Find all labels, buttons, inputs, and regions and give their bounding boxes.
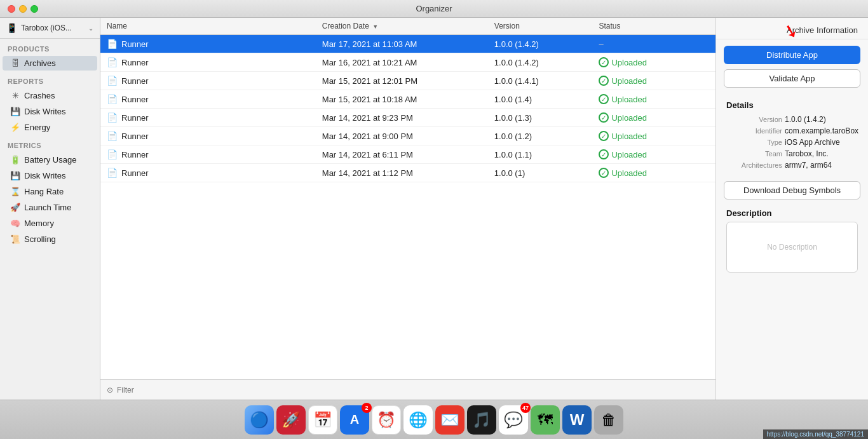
status-uploaded: ✓ Uploaded (599, 57, 709, 67)
version-value: 1.0.0 (1.4.2) (785, 115, 858, 124)
dock-icon-maps[interactable]: 🗺 (531, 405, 560, 435)
details-section: Details Version 1.0.0 (1.4.2) Identifier… (716, 94, 868, 176)
table-row[interactable]: 📄RunnerMar 14, 2021 at 9:00 PM1.0.0 (1.2… (100, 127, 715, 145)
dock-icon-clock[interactable]: ⏰ (372, 405, 401, 435)
sidebar-item-battery-usage-label: Battery Usage (24, 155, 76, 165)
sidebar-item-launch-time[interactable]: 🚀 Launch Time (3, 200, 97, 215)
check-circle-icon: ✓ (599, 57, 609, 67)
panel-action-buttons: Distribute App Validate App (716, 39, 868, 94)
minimize-button[interactable] (19, 5, 27, 13)
close-button[interactable] (8, 5, 15, 13)
filter-input[interactable] (117, 386, 193, 395)
team-label: Team (726, 150, 782, 158)
cell-date: Mar 15, 2021 at 10:18 AM (316, 90, 488, 109)
table-row[interactable]: 📄RunnerMar 14, 2021 at 6:11 PM1.0.0 (1.1… (100, 145, 715, 164)
sidebar-item-crashes[interactable]: ✳ Crashes (3, 88, 97, 103)
cell-version: 1.0.0 (1.4.2) (488, 53, 593, 72)
archive-info-header: ➘ Archive Information (716, 18, 868, 39)
dock: 🔵 🚀 📅 A 2 ⏰ 🌐 ✉️ 🎵 💬 47 🗺 W 🗑 https://bl… (0, 400, 868, 439)
description-title: Description (726, 208, 858, 218)
check-circle-icon: ✓ (599, 76, 609, 86)
dock-icon-music[interactable]: 🎵 (467, 405, 496, 435)
dock-icon-chrome[interactable]: 🌐 (403, 405, 433, 435)
dock-icon-launchpad[interactable]: 🚀 (276, 405, 306, 435)
cell-status: ✓ Uploaded (592, 127, 715, 145)
column-header-status[interactable]: Status (592, 18, 715, 35)
device-icon: 📱 (6, 23, 17, 33)
cell-date: Mar 17, 2021 at 11:03 AM (316, 35, 488, 53)
detail-row-architectures: Architectures armv7, arm64 (726, 161, 858, 170)
table-row[interactable]: 📄RunnerMar 14, 2021 at 9:23 PM1.0.0 (1.3… (100, 109, 715, 127)
description-section: Description No Description (716, 205, 868, 279)
file-icon: 📄 (107, 94, 118, 104)
cell-version: 1.0.0 (1) (488, 164, 593, 182)
main-content: Name Creation Date ▼ Version Status (100, 18, 715, 400)
scrolling-icon: 📜 (10, 234, 20, 244)
device-label: Tarobox (iOS... (21, 24, 85, 32)
identifier-value: com.example.taroBox (785, 126, 858, 135)
cell-name-text: Runner (121, 113, 149, 123)
archives-icon: 🗄 (10, 58, 20, 68)
sidebar-item-crashes-label: Crashes (24, 91, 55, 100)
validate-app-button[interactable]: Validate App (724, 69, 860, 88)
sidebar-item-disk-writes-metrics[interactable]: 💾 Disk Writes (3, 168, 97, 183)
status-uploaded: ✓ Uploaded (599, 94, 709, 104)
distribute-app-button[interactable]: Distribute App (724, 46, 860, 64)
cell-version: 1.0.0 (1.3) (488, 109, 593, 127)
sidebar-item-archives[interactable]: 🗄 Archives (3, 56, 97, 71)
sidebar-item-disk-writes-reports[interactable]: 💾 Disk Writes (3, 104, 97, 119)
cell-name-text: Runner (121, 95, 149, 104)
column-header-version[interactable]: Version (488, 18, 593, 35)
crashes-icon: ✳ (10, 91, 20, 100)
table-row[interactable]: 📄RunnerMar 17, 2021 at 11:03 AM1.0.0 (1.… (100, 35, 715, 53)
file-icon: 📄 (107, 39, 118, 49)
file-icon: 📄 (107, 149, 118, 159)
cell-status: – (592, 35, 715, 53)
details-title: Details (726, 100, 858, 110)
table-row[interactable]: 📄RunnerMar 15, 2021 at 12:01 PM1.0.0 (1.… (100, 72, 715, 90)
sidebar-item-memory[interactable]: 🧠 Memory (3, 216, 97, 231)
download-debug-symbols-button[interactable]: Download Debug Symbols (724, 181, 860, 199)
column-header-creation-date[interactable]: Creation Date ▼ (316, 18, 488, 35)
disk-writes-metrics-icon: 💾 (10, 171, 20, 180)
right-panel: ➘ Archive Information Distribute App Val… (715, 18, 868, 400)
fullscreen-button[interactable] (31, 5, 38, 13)
sidebar-item-battery-usage[interactable]: 🔋 Battery Usage (3, 152, 97, 167)
appstore-badge: 2 (362, 403, 372, 413)
cell-date: Mar 14, 2021 at 9:23 PM (316, 109, 488, 127)
device-selector[interactable]: 📱 Tarobox (iOS... ⌄ (0, 18, 100, 39)
file-icon: 📄 (107, 112, 118, 123)
cell-status: ✓ Uploaded (592, 90, 715, 109)
cell-date: Mar 15, 2021 at 12:01 PM (316, 72, 488, 90)
dock-icon-gmail[interactable]: ✉️ (435, 405, 465, 435)
description-box[interactable]: No Description (726, 222, 858, 273)
dock-icon-trash[interactable]: 🗑 (594, 405, 623, 435)
cell-status: ✓ Uploaded (592, 53, 715, 72)
cell-name-text: Runner (121, 39, 149, 49)
sort-arrow-icon: ▼ (372, 24, 378, 30)
table-row[interactable]: 📄RunnerMar 16, 2021 at 10:21 AM1.0.0 (1.… (100, 53, 715, 72)
type-value: iOS App Archive (785, 138, 858, 147)
dock-icon-slack[interactable]: 💬 47 (499, 405, 528, 435)
dock-icon-calendar[interactable]: 📅 (308, 405, 337, 435)
check-circle-icon: ✓ (599, 149, 609, 159)
cell-name-text: Runner (121, 132, 149, 141)
type-label: Type (726, 138, 782, 146)
chevron-icon: ⌄ (88, 25, 93, 32)
dock-icon-word[interactable]: W (562, 405, 592, 435)
sidebar-item-scrolling[interactable]: 📜 Scrolling (3, 232, 97, 247)
dock-icon-appstore[interactable]: A 2 (340, 405, 369, 435)
sidebar-item-hang-rate[interactable]: ⌛ Hang Rate (3, 184, 97, 199)
filter-icon: ⊙ (107, 386, 113, 395)
table-row[interactable]: 📄RunnerMar 15, 2021 at 10:18 AM1.0.0 (1.… (100, 90, 715, 109)
cell-version: 1.0.0 (1.2) (488, 127, 593, 145)
check-circle-icon: ✓ (599, 168, 609, 178)
sidebar-item-energy[interactable]: ⚡ Energy (3, 120, 97, 135)
cell-name: 📄Runner (100, 145, 316, 164)
status-uploaded: ✓ Uploaded (599, 168, 709, 178)
dock-icon-finder[interactable]: 🔵 (245, 405, 274, 435)
sidebar-item-scrolling-label: Scrolling (24, 234, 56, 244)
column-header-name[interactable]: Name (100, 18, 316, 35)
slack-badge: 47 (520, 403, 531, 413)
table-row[interactable]: 📄RunnerMar 14, 2021 at 1:12 PM1.0.0 (1)✓… (100, 164, 715, 182)
